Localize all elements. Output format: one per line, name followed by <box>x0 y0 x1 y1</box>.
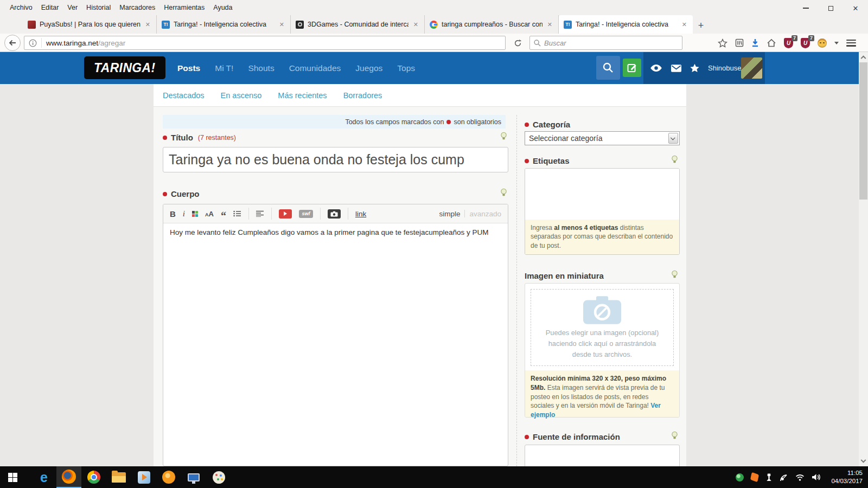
monkey-addon-icon[interactable] <box>818 38 827 48</box>
tray-satellite-icon[interactable] <box>780 473 788 481</box>
tab-close-icon[interactable]: ✕ <box>278 21 285 28</box>
search-input[interactable] <box>544 39 678 47</box>
thumbnail-hint-bulb-icon[interactable] <box>671 270 678 279</box>
subnav-en-ascenso[interactable]: En ascenso <box>221 91 262 100</box>
scrollbar-thumb[interactable] <box>859 62 867 200</box>
taskbar-clock[interactable]: 11:05 04/03/2017 <box>828 469 863 485</box>
site-info-icon[interactable] <box>29 39 37 47</box>
library-icon[interactable] <box>735 38 744 47</box>
browser-tab-3dgames[interactable]: 3DGames - Comunidad de interca... ✕ <box>291 15 425 34</box>
firefox-icon <box>62 470 76 484</box>
menu-ver[interactable]: Ver <box>63 2 82 13</box>
color-grid-button[interactable] <box>192 211 198 217</box>
insert-link-button[interactable]: link <box>355 210 366 218</box>
browser-tab-taringa-1[interactable]: T! Taringa! - Inteligencia colectiva ✕ <box>157 15 291 34</box>
body-hint-bulb-icon[interactable] <box>500 188 507 197</box>
category-select[interactable]: Seleccionar categoría <box>525 131 680 145</box>
tab-close-icon[interactable]: ✕ <box>546 21 553 28</box>
taringa-logo[interactable]: TARINGA! <box>84 56 165 79</box>
window-minimize-button[interactable] <box>793 0 818 16</box>
adblocker-icon-1[interactable]: U7 <box>784 38 793 48</box>
tray-wifi-icon[interactable] <box>795 474 805 481</box>
site-search-button[interactable] <box>596 56 620 80</box>
taskbar-remote-desktop[interactable] <box>181 466 206 488</box>
adblocker-icon-2[interactable]: U7 <box>801 38 810 48</box>
back-button[interactable] <box>4 35 21 51</box>
bookmark-star-icon[interactable] <box>718 38 727 48</box>
subnav-borradores[interactable]: Borradores <box>343 91 382 100</box>
youtube-embed-button[interactable] <box>279 209 292 219</box>
tray-idm-icon[interactable] <box>736 473 744 481</box>
tray-volume-icon[interactable] <box>812 473 821 481</box>
new-tab-button[interactable]: + <box>693 17 709 34</box>
taskbar-paint[interactable] <box>206 466 231 488</box>
taskbar-firefox[interactable] <box>56 466 81 488</box>
taskbar-chrome[interactable] <box>81 466 106 488</box>
subnav-mas-recientes[interactable]: Más recientes <box>278 91 327 100</box>
nav-comunidades[interactable]: Comunidades <box>289 63 341 73</box>
browser-tab-google-search[interactable]: taringa cumplreaños - Buscar con... ✕ <box>425 15 559 34</box>
italic-button[interactable]: i <box>183 209 185 219</box>
taskbar-gom-player[interactable] <box>156 466 181 488</box>
search-bar[interactable] <box>529 36 682 50</box>
menu-editar[interactable]: Editar <box>37 2 63 13</box>
tags-input[interactable] <box>525 169 679 220</box>
taskbar-explorer[interactable] <box>106 466 131 488</box>
taskbar-edge[interactable]: e <box>31 466 56 488</box>
tab-close-icon[interactable]: ✕ <box>681 21 688 28</box>
editor-mode-simple[interactable]: simple <box>439 210 460 218</box>
messages-mail-icon[interactable] <box>671 65 681 72</box>
tray-usb-icon[interactable] <box>765 473 773 481</box>
browser-tab-taringa-active[interactable]: T! Taringa! - Inteligencia colectiva ✕ <box>559 15 693 34</box>
post-title-input[interactable] <box>163 147 508 172</box>
list-button[interactable] <box>233 210 241 217</box>
menu-hamburger-icon[interactable] <box>846 40 856 47</box>
home-icon[interactable] <box>767 38 776 47</box>
visits-eye-icon[interactable] <box>650 64 662 72</box>
tab-close-icon[interactable]: ✕ <box>412 21 419 28</box>
tags-hint-bold: al menos 4 etiquetas <box>554 224 618 232</box>
window-restore-button[interactable] <box>818 0 843 16</box>
menu-herramientas[interactable]: Herramientas <box>159 2 209 13</box>
quote-button[interactable]: “ <box>221 213 226 219</box>
scroll-down-button[interactable] <box>859 457 868 466</box>
bold-button[interactable]: B <box>170 209 176 219</box>
tags-hint-bulb-icon[interactable] <box>671 155 678 164</box>
favorites-star-icon[interactable] <box>690 63 699 73</box>
subnav-destacados[interactable]: Destacados <box>163 91 205 100</box>
nav-posts[interactable]: Posts <box>177 63 200 73</box>
tray-antivirus-icon[interactable] <box>750 472 759 483</box>
user-avatar[interactable] <box>741 57 762 79</box>
thumbnail-dropzone[interactable]: Puedes elegir una imagen (opcional) haci… <box>531 289 674 366</box>
browser-tab-puyasubs[interactable]: PuyaSubs! | Para los que quieren v... ✕ <box>23 15 157 34</box>
align-button[interactable] <box>256 210 264 217</box>
editor-mode-advanced[interactable]: avanzado <box>469 210 501 218</box>
menu-marcadores[interactable]: Marcadores <box>115 2 159 13</box>
start-button[interactable] <box>0 466 25 488</box>
page-scrollbar[interactable] <box>859 52 868 466</box>
nav-mi-t[interactable]: Mi T! <box>215 63 233 73</box>
nav-shouts[interactable]: Shouts <box>248 63 274 73</box>
scroll-up-button[interactable] <box>859 52 868 61</box>
menu-ayuda[interactable]: Ayuda <box>209 2 237 13</box>
menu-archivo[interactable]: Archivo <box>5 2 37 13</box>
create-post-button[interactable] <box>623 59 641 77</box>
category-dropdown-button[interactable] <box>668 133 678 144</box>
addons-caret-icon[interactable] <box>834 42 839 44</box>
insert-image-button[interactable] <box>328 209 341 219</box>
font-size-button[interactable]: AA <box>205 209 214 219</box>
nav-tops[interactable]: Tops <box>397 63 415 73</box>
source-hint-bulb-icon[interactable] <box>671 431 678 440</box>
reload-button[interactable] <box>510 36 525 50</box>
window-close-button[interactable]: ✕ <box>843 0 868 16</box>
tab-close-icon[interactable]: ✕ <box>144 21 151 28</box>
source-input[interactable] <box>525 445 680 466</box>
nav-juegos[interactable]: Juegos <box>355 63 382 73</box>
url-bar[interactable]: www.taringa.net/agregar <box>24 36 506 50</box>
menu-historial[interactable]: Historial <box>82 2 115 13</box>
title-hint-bulb-icon[interactable] <box>500 132 507 141</box>
swf-embed-button[interactable]: swf <box>299 210 313 218</box>
download-icon[interactable] <box>751 38 759 47</box>
post-body-input[interactable]: Hoy me levanto feliz Cumpleaños digo vam… <box>163 223 508 241</box>
taskbar-media-player[interactable] <box>131 466 156 488</box>
